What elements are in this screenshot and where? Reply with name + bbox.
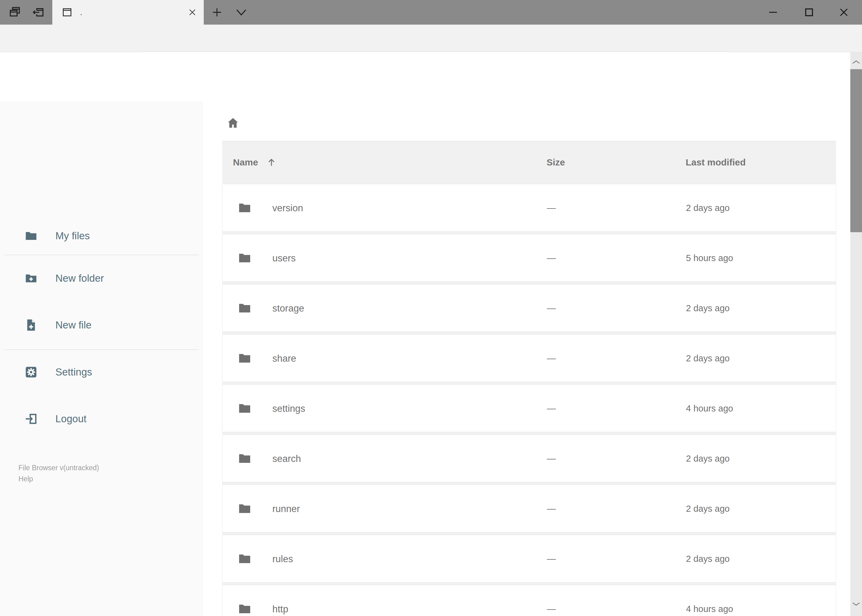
folder-icon	[237, 501, 252, 516]
file-size: —	[547, 535, 556, 583]
sidebar-divider	[4, 255, 199, 255]
file-size: —	[547, 435, 556, 482]
sidebar-item-new-folder[interactable]: New folder	[0, 261, 203, 295]
file-row-http[interactable]: http — 4 hours ago	[222, 585, 836, 616]
window-maximize-icon[interactable]	[802, 6, 816, 19]
browser-titlebar: .	[0, 0, 862, 25]
file-modified: 4 hours ago	[686, 385, 733, 432]
page-scrollbar[interactable]	[850, 52, 862, 616]
file-name: storage	[273, 284, 304, 332]
folder-icon	[24, 229, 38, 243]
file-size: —	[547, 385, 556, 432]
folder-icon	[237, 401, 252, 416]
file-listing: Name Size Last modified version — 2 days…	[222, 141, 836, 616]
browser-navbar: filebrowser.web/files/	[0, 25, 862, 52]
window-minimize-icon[interactable]	[766, 6, 780, 19]
scroll-up-icon[interactable]	[852, 60, 860, 64]
file-modified: 2 days ago	[686, 485, 730, 533]
folder-icon	[237, 451, 252, 466]
file-row-storage[interactable]: storage — 2 days ago	[222, 284, 836, 332]
file-modified: 2 days ago	[686, 184, 730, 232]
sidebar-item-settings[interactable]: Settings	[0, 355, 203, 389]
sidebar-label: My files	[55, 230, 90, 242]
screen: .	[0, 0, 862, 616]
tab-title: .	[80, 8, 188, 17]
new-file-icon	[24, 318, 38, 332]
sidebar-label: New file	[55, 319, 91, 331]
file-size: —	[547, 585, 556, 616]
file-modified: 2 days ago	[686, 335, 730, 382]
file-size: —	[547, 284, 556, 332]
file-row-settings[interactable]: settings — 4 hours ago	[222, 384, 836, 432]
settings-gear-icon	[24, 365, 38, 379]
file-name: rules	[273, 535, 293, 583]
filebrowser-header	[0, 52, 862, 102]
file-modified: 5 hours ago	[686, 234, 733, 282]
column-header-size[interactable]: Size	[547, 141, 565, 183]
file-name: share	[273, 335, 296, 382]
file-name: runner	[273, 485, 300, 533]
tab-close-icon[interactable]	[188, 8, 197, 17]
column-header-name[interactable]: Name	[233, 141, 277, 183]
new-tab-icon[interactable]	[211, 6, 223, 19]
folder-icon	[237, 251, 252, 266]
sidebar: My files New folder New file	[0, 102, 203, 616]
set-tabs-aside-icon[interactable]	[31, 6, 46, 19]
tab-dropdown-icon[interactable]	[235, 8, 248, 17]
logout-icon	[24, 412, 38, 426]
file-modified: 2 days ago	[686, 535, 730, 583]
sidebar-label: Logout	[55, 413, 87, 425]
sidebar-divider	[4, 349, 199, 350]
file-row-share[interactable]: share — 2 days ago	[222, 334, 836, 382]
file-row-rules[interactable]: rules — 2 days ago	[222, 535, 836, 583]
sidebar-label: New folder	[55, 272, 104, 284]
main-content: Name Size Last modified version — 2 days…	[203, 102, 862, 616]
file-row-version[interactable]: version — 2 days ago	[222, 184, 836, 232]
file-modified: 2 days ago	[686, 284, 730, 332]
browser-tab[interactable]: .	[52, 0, 204, 25]
file-row-search[interactable]: search — 2 days ago	[222, 435, 836, 482]
file-name: search	[273, 435, 301, 482]
help-link[interactable]: Help	[19, 475, 33, 483]
column-label: Name	[233, 157, 258, 168]
page-icon	[61, 6, 73, 19]
file-modified: 2 days ago	[686, 435, 730, 482]
scrollbar-thumb[interactable]	[850, 69, 862, 232]
folder-icon	[237, 602, 252, 616]
sidebar-item-my-files[interactable]: My files	[0, 219, 203, 253]
folder-icon	[237, 201, 252, 215]
folder-icon	[237, 351, 252, 366]
new-folder-icon	[24, 271, 38, 285]
file-modified: 4 hours ago	[686, 585, 733, 616]
tab-preview-icon[interactable]	[8, 6, 22, 19]
file-name: settings	[273, 385, 305, 432]
sort-ascending-icon	[266, 157, 277, 168]
sidebar-label: Settings	[55, 366, 92, 378]
file-name: users	[273, 234, 296, 282]
file-row-users[interactable]: users — 5 hours ago	[222, 234, 836, 282]
file-name: http	[273, 585, 288, 616]
column-header-modified[interactable]: Last modified	[686, 141, 746, 183]
sidebar-item-new-file[interactable]: New file	[0, 308, 203, 342]
app-version-text: File Browser v(untracked)	[19, 464, 99, 472]
breadcrumb-home-icon[interactable]	[226, 116, 240, 130]
file-size: —	[547, 184, 556, 232]
window-close-icon[interactable]	[837, 6, 851, 19]
folder-icon	[237, 301, 252, 316]
file-size: —	[547, 485, 556, 533]
file-name: version	[273, 184, 303, 232]
folder-icon	[237, 552, 252, 566]
file-size: —	[547, 335, 556, 382]
sidebar-item-logout[interactable]: Logout	[0, 402, 203, 436]
scroll-down-icon[interactable]	[852, 602, 860, 607]
file-row-runner[interactable]: runner — 2 days ago	[222, 485, 836, 532]
file-size: —	[547, 234, 556, 282]
